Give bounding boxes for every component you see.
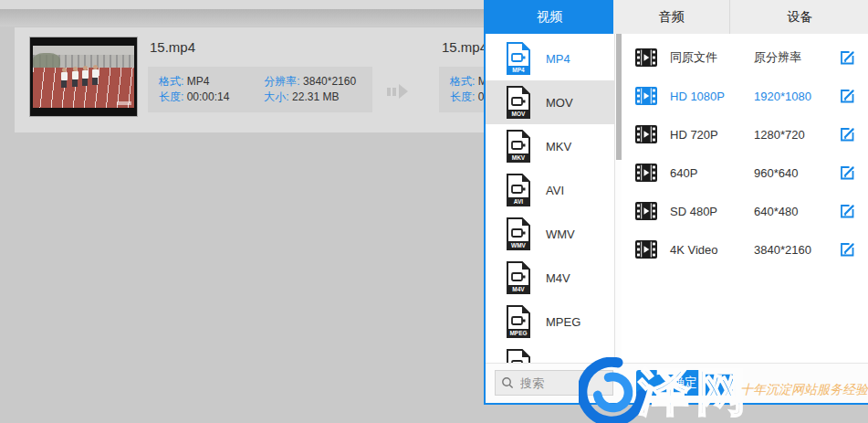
format-item-label: MOV bbox=[546, 96, 573, 110]
duration-label: 长度: bbox=[450, 90, 475, 103]
search-icon bbox=[501, 376, 514, 389]
format-item-label: AVI bbox=[546, 184, 564, 197]
quality-item-480p[interactable]: SD 480P 640*480 bbox=[622, 192, 868, 230]
film-icon bbox=[635, 240, 657, 259]
format-item-avi[interactable]: AVI AVI bbox=[486, 168, 614, 212]
thumbnail-scene bbox=[33, 46, 134, 108]
quality-item-720p[interactable]: HD 720P 1280*720 bbox=[622, 115, 868, 153]
film-icon bbox=[635, 87, 657, 105]
format-value: MP4 bbox=[187, 75, 210, 88]
quality-item-1080p[interactable]: HD 1080P 1920*1080 bbox=[622, 77, 868, 115]
search-box[interactable] bbox=[495, 370, 613, 396]
avi-file-icon: AVI bbox=[505, 173, 532, 207]
partial-file-icon bbox=[505, 348, 532, 364]
quality-resolution: 3840*2160 bbox=[754, 243, 838, 257]
format-label: 格式: bbox=[159, 75, 183, 88]
format-list: MP4 MP4 MOV MOV MKV MKV AVI AVI WMV WMV … bbox=[486, 34, 614, 364]
transfer-arrow-icon bbox=[387, 84, 408, 99]
svg-text:M4V: M4V bbox=[512, 286, 525, 292]
resolution-value: 3840*2160 bbox=[303, 75, 356, 88]
quality-resolution: 960*640 bbox=[754, 166, 838, 180]
edit-icon[interactable] bbox=[838, 125, 856, 143]
search-input[interactable] bbox=[518, 375, 604, 391]
quality-item-source[interactable]: 同原文件 原分辨率 bbox=[622, 38, 868, 77]
tab-device[interactable]: 设备 bbox=[730, 0, 868, 34]
thumbnail-person bbox=[60, 68, 68, 88]
edit-icon[interactable] bbox=[838, 164, 856, 182]
format-item-label: WMV bbox=[546, 227, 575, 241]
quality-name: 4K Video bbox=[670, 243, 754, 257]
mp4-file-icon: MP4 bbox=[505, 41, 532, 76]
format-item-mkv[interactable]: MKV MKV bbox=[486, 124, 614, 168]
svg-text:MKV: MKV bbox=[512, 154, 526, 161]
popup-tabs: 视频 音频 设备 bbox=[486, 0, 868, 34]
edit-icon[interactable] bbox=[838, 87, 856, 105]
m4v-file-icon: M4V bbox=[505, 260, 532, 295]
svg-text:WMV: WMV bbox=[511, 242, 527, 249]
film-icon bbox=[635, 164, 657, 182]
popup-bottom-bar: 确定 bbox=[486, 363, 868, 403]
edit-icon[interactable] bbox=[838, 202, 856, 220]
edit-icon[interactable] bbox=[838, 240, 856, 259]
video-thumbnail bbox=[29, 37, 138, 117]
mpeg-file-icon: MPEG bbox=[505, 304, 532, 339]
duration-label: 长度: bbox=[159, 90, 183, 103]
quality-name: 同原文件 bbox=[670, 49, 754, 66]
confirm-button[interactable]: 确定 bbox=[636, 370, 733, 396]
format-item-wmv[interactable]: WMV WMV bbox=[486, 212, 614, 256]
format-item-m4v[interactable]: M4V M4V bbox=[486, 256, 614, 300]
quality-name: HD 1080P bbox=[670, 90, 754, 103]
format-item-mpeg[interactable]: MPEG MPEG bbox=[486, 300, 614, 344]
thumbnail-watermark bbox=[117, 101, 131, 105]
format-item-label: MKV bbox=[546, 140, 571, 153]
quality-name: HD 720P bbox=[670, 128, 754, 142]
tab-audio[interactable]: 音频 bbox=[613, 0, 730, 34]
scrollbar-thumb[interactable] bbox=[616, 34, 622, 160]
mkv-file-icon: MKV bbox=[505, 129, 532, 164]
svg-text:MP4: MP4 bbox=[512, 67, 525, 73]
quality-resolution: 1280*720 bbox=[754, 128, 838, 142]
svg-text:MOV: MOV bbox=[512, 111, 526, 117]
format-label: 格式: bbox=[450, 75, 475, 88]
thumbnail-person bbox=[71, 67, 78, 87]
wmv-file-icon: WMV bbox=[505, 217, 532, 251]
quality-name: 640P bbox=[670, 166, 754, 180]
svg-text:MPEG: MPEG bbox=[509, 330, 527, 336]
file-info-row: 长度: 00:00:14 大小: 22.31 MB bbox=[159, 90, 363, 105]
tab-video[interactable]: 视频 bbox=[486, 0, 613, 34]
quality-item-4k[interactable]: 4K Video 3840*2160 bbox=[622, 230, 868, 269]
format-item-partial[interactable] bbox=[486, 344, 614, 364]
output-format-popup: 视频 音频 设备 MP4 MP4 MOV MOV MKV MKV AVI AVI… bbox=[484, 0, 868, 405]
quality-resolution: 640*480 bbox=[754, 205, 838, 218]
film-icon bbox=[635, 48, 657, 67]
thumbnail-person bbox=[91, 65, 99, 85]
quality-resolution: 1920*1080 bbox=[754, 90, 838, 103]
duration-value: 00:00:14 bbox=[187, 90, 230, 103]
format-item-label: M4V bbox=[546, 271, 570, 285]
quality-resolution: 原分辨率 bbox=[754, 49, 838, 66]
quality-item-640p[interactable]: 640P 960*640 bbox=[622, 153, 868, 192]
quality-name: SD 480P bbox=[670, 205, 754, 218]
format-item-label: MPEG bbox=[546, 315, 580, 329]
file-info-box: 格式: MP4 分辨率: 3840*2160 长度: 00:00:14 大小: … bbox=[148, 67, 372, 112]
film-icon bbox=[635, 202, 657, 220]
format-item-label: MP4 bbox=[546, 52, 570, 66]
file-title: 15.mp4 bbox=[150, 39, 195, 55]
thumbnail-person bbox=[81, 66, 89, 86]
format-item-mp4[interactable]: MP4 MP4 bbox=[486, 37, 614, 80]
output-file-title: 15.mp4 bbox=[442, 39, 487, 55]
svg-text:AVI: AVI bbox=[514, 198, 524, 205]
file-info-row: 格式: MP4 分辨率: 3840*2160 bbox=[159, 74, 363, 90]
format-item-mov[interactable]: MOV MOV bbox=[486, 80, 614, 124]
resolution-label: 分辨率: bbox=[264, 75, 299, 88]
format-list-scrollbar[interactable] bbox=[614, 34, 622, 364]
quality-list: 同原文件 原分辨率 HD 1080P 1920*1080 HD 720P 128… bbox=[622, 34, 868, 364]
film-icon bbox=[635, 125, 657, 143]
size-value: 22.31 MB bbox=[292, 90, 339, 103]
mov-file-icon: MOV bbox=[505, 85, 532, 120]
edit-icon[interactable] bbox=[838, 48, 856, 67]
size-label: 大小: bbox=[264, 90, 288, 103]
